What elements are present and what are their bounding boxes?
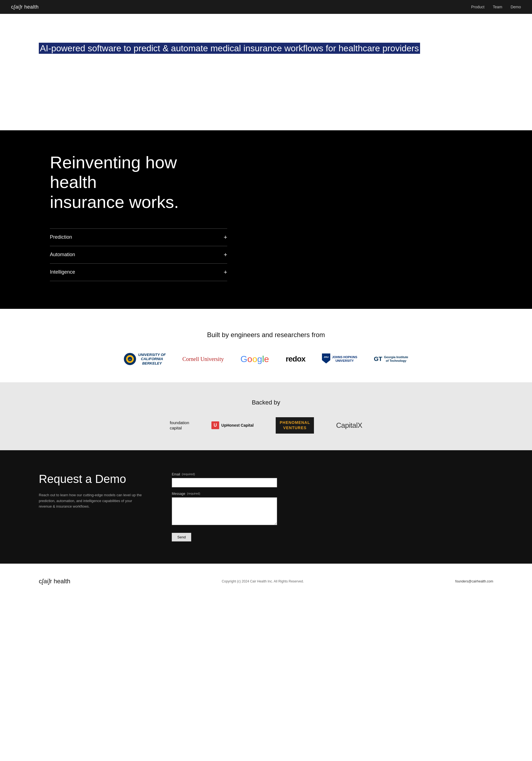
demo-heading: Request a Demo [39, 472, 144, 486]
uphonest-u-icon: U [211, 421, 219, 429]
phenomenal-ventures-logo: PHENOMENAL VENTURES [276, 417, 314, 434]
hero-title: AI-powered software to predict & automat… [39, 41, 493, 55]
berkeley-logo: UC UNIVERSITY OFCALIFORNIABERKELEY [124, 353, 166, 366]
georgia-tech-logo: GT Georgia Instituteof Technology [374, 355, 408, 363]
accordion: Prediction + Automation + Intelligence + [50, 228, 482, 281]
backed-section: Backed by foundation capital U UpHonest … [0, 382, 532, 450]
email-form-group: Email (required) [172, 472, 277, 487]
email-input[interactable] [172, 478, 277, 487]
hero-section: AI-powered software to predict & automat… [0, 14, 532, 130]
uphonest-capital-logo: U UpHonest Capital [211, 421, 254, 429]
backed-heading: Backed by [22, 399, 510, 406]
accordion-automation[interactable]: Automation + [50, 246, 227, 263]
hero-title-text: AI-powered software to predict & automat… [39, 43, 420, 54]
svg-text:UC: UC [129, 359, 131, 360]
email-label: Email (required) [172, 472, 277, 476]
foundation-capital-logo: foundation capital [170, 420, 189, 431]
footer-copyright: Copyright (c) 2024 Cair Health Inc. All … [222, 579, 304, 583]
message-label: Message (required) [172, 492, 277, 496]
redox-logo: redox [286, 355, 305, 364]
footer-email-link[interactable]: founders@cairhealth.com [455, 579, 493, 583]
features-section: Reinventing how health insurance works. … [0, 130, 532, 309]
google-logo: Google [240, 354, 269, 364]
cornell-logo: Cornell University [182, 356, 224, 362]
svg-text:JHU: JHU [324, 356, 329, 359]
engineers-section: Built by engineers and researchers from … [0, 309, 532, 382]
nav-team-link[interactable]: Team [493, 5, 502, 9]
message-textarea[interactable] [172, 498, 277, 525]
send-button[interactable]: Send [172, 533, 191, 542]
features-heading: Reinventing how health insurance works. [50, 152, 227, 212]
johns-hopkins-logo: JHU JOHNS HOPKINSUNIVERSITY [322, 353, 357, 365]
backers-row: foundation capital U UpHonest Capital PH… [141, 417, 391, 434]
nav-links: Product Team Demo [471, 5, 521, 9]
navbar: c[ai]r health Product Team Demo [0, 0, 532, 14]
message-form-group: Message (required) [172, 492, 277, 526]
jhop-shield-icon: JHU [322, 353, 330, 365]
footer: c[ai]r health Copyright (c) 2024 Cair He… [0, 563, 532, 599]
nav-demo-link[interactable]: Demo [511, 5, 521, 9]
engineers-heading: Built by engineers and researchers from [11, 331, 521, 339]
demo-left-panel: Request a Demo Reach out to learn how ou… [39, 472, 144, 509]
capitalx-logo: CapitalX [336, 421, 362, 430]
berkeley-seal-icon: UC [124, 353, 136, 365]
logo-text: c[ai]r health [11, 4, 39, 10]
accordion-prediction[interactable]: Prediction + [50, 228, 227, 246]
partner-logos-row: UC UNIVERSITY OFCALIFORNIABERKELEY Corne… [114, 353, 418, 366]
nav-logo: c[ai]r health [11, 4, 39, 10]
demo-section: Request a Demo Reach out to learn how ou… [0, 450, 532, 563]
nav-product-link[interactable]: Product [471, 5, 484, 9]
footer-logo: c[ai]r health [39, 578, 70, 585]
demo-form: Email (required) Message (required) Send [172, 472, 277, 542]
demo-description: Reach out to learn how our cutting-edge … [39, 492, 144, 509]
accordion-intelligence[interactable]: Intelligence + [50, 263, 227, 281]
